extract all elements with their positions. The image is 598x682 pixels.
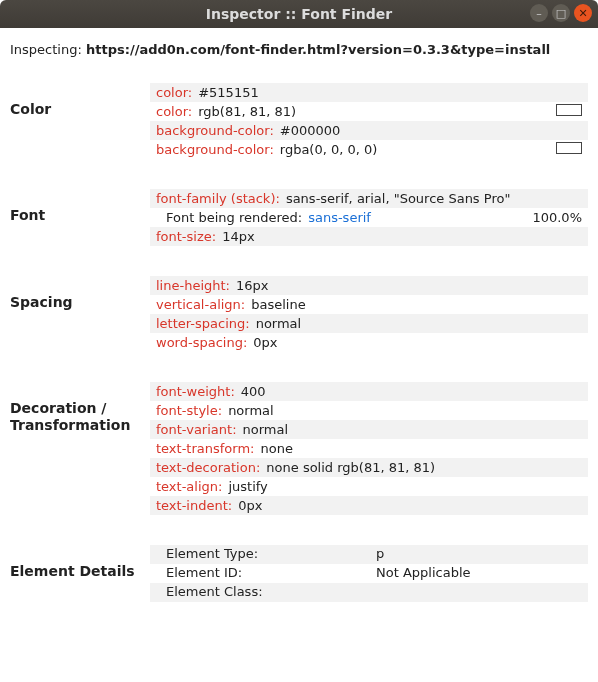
section-body-color: color #515151 color rgb(81, 81, 81) back… — [150, 83, 588, 159]
font-rendered-pct: 100.0% — [532, 210, 582, 225]
prop-value: 14px — [222, 229, 255, 244]
inspecting-label: Inspecting: — [10, 42, 82, 57]
font-rendered-row: Font being rendered: sans-serif 100.0% — [150, 208, 588, 227]
prop-value: rgba(0, 0, 0, 0) — [280, 142, 378, 157]
prop-name: letter-spacing — [156, 316, 250, 331]
content-area: Inspecting: https://add0n.com/font-finde… — [0, 28, 598, 672]
prop-value: 16px — [236, 278, 269, 293]
prop-name: font-family (stack) — [156, 191, 280, 206]
prop-value: justify — [228, 479, 267, 494]
prop-value: normal — [256, 316, 302, 331]
details-key: Element Class: — [156, 584, 376, 601]
prop-row: font-variant normal — [150, 420, 588, 439]
prop-name: font-variant — [156, 422, 237, 437]
prop-row: word-spacing 0px — [150, 333, 588, 352]
prop-value: 400 — [241, 384, 266, 399]
close-icon[interactable]: ✕ — [574, 4, 592, 22]
details-row: Element Type: p — [150, 545, 588, 564]
prop-value: normal — [243, 422, 289, 437]
window-titlebar: Inspector :: Font Finder – □ ✕ — [0, 0, 598, 28]
prop-name: background-color — [156, 123, 274, 138]
prop-row: font-size 14px — [150, 227, 588, 246]
section-color: Color color #515151 color rgb(81, 81, 81… — [10, 83, 588, 159]
prop-value: normal — [228, 403, 274, 418]
prop-name: line-height — [156, 278, 230, 293]
prop-value: none — [260, 441, 292, 456]
prop-row: vertical-align baseline — [150, 295, 588, 314]
color-swatch — [556, 142, 582, 154]
color-swatch — [556, 104, 582, 116]
details-key: Element Type: — [156, 546, 376, 563]
section-body-spacing: line-height 16px vertical-align baseline… — [150, 276, 588, 352]
prop-value: none solid rgb(81, 81, 81) — [266, 460, 435, 475]
section-label-spacing: Spacing — [10, 276, 150, 352]
prop-value: sans-serif, arial, "Source Sans Pro" — [286, 191, 511, 206]
prop-value: 0px — [253, 335, 277, 350]
prop-name: text-align — [156, 479, 222, 494]
section-body-details: Element Type: p Element ID: Not Applicab… — [150, 545, 588, 602]
details-val: p — [376, 546, 384, 563]
prop-value: #000000 — [280, 123, 341, 138]
prop-name: word-spacing — [156, 335, 247, 350]
prop-name: background-color — [156, 142, 274, 157]
prop-name: color — [156, 85, 192, 100]
section-details: Element Details Element Type: p Element … — [10, 545, 588, 602]
prop-row: font-family (stack) sans-serif, arial, "… — [150, 189, 588, 208]
section-decoration: Decoration / Transformation font-weight … — [10, 382, 588, 515]
details-key: Element ID: — [156, 565, 376, 582]
prop-value: #515151 — [198, 85, 259, 100]
font-rendered-value[interactable]: sans-serif — [308, 210, 371, 225]
details-row: Element Class: — [150, 583, 588, 602]
section-label-color: Color — [10, 83, 150, 159]
prop-row: text-align justify — [150, 477, 588, 496]
prop-value: baseline — [251, 297, 305, 312]
prop-name: font-style — [156, 403, 222, 418]
prop-name: font-size — [156, 229, 216, 244]
section-body-font: font-family (stack) sans-serif, arial, "… — [150, 189, 588, 246]
minimize-icon[interactable]: – — [530, 4, 548, 22]
prop-row: color rgb(81, 81, 81) — [150, 102, 588, 121]
section-font: Font font-family (stack) sans-serif, ari… — [10, 189, 588, 246]
prop-name: text-transform — [156, 441, 254, 456]
inspecting-url: https://add0n.com/font-finder.html?versi… — [86, 42, 550, 57]
section-label-decoration: Decoration / Transformation — [10, 382, 150, 515]
prop-row: font-weight 400 — [150, 382, 588, 401]
prop-row: letter-spacing normal — [150, 314, 588, 333]
section-label-font: Font — [10, 189, 150, 246]
prop-row: background-color #000000 — [150, 121, 588, 140]
prop-name: vertical-align — [156, 297, 245, 312]
font-rendered-label: Font being rendered: — [156, 210, 302, 225]
prop-row: text-decoration none solid rgb(81, 81, 8… — [150, 458, 588, 477]
prop-name: color — [156, 104, 192, 119]
prop-name: text-decoration — [156, 460, 260, 475]
inspecting-line: Inspecting: https://add0n.com/font-finde… — [10, 42, 588, 57]
prop-row: line-height 16px — [150, 276, 588, 295]
prop-name: font-weight — [156, 384, 235, 399]
color-swatch-wrap — [556, 104, 582, 119]
maximize-icon[interactable]: □ — [552, 4, 570, 22]
prop-row: font-style normal — [150, 401, 588, 420]
color-swatch-wrap — [556, 142, 582, 157]
details-val: Not Applicable — [376, 565, 471, 582]
prop-row: text-indent 0px — [150, 496, 588, 515]
window-controls: – □ ✕ — [530, 4, 592, 22]
window-title: Inspector :: Font Finder — [0, 6, 598, 22]
section-body-decoration: font-weight 400 font-style normal font-v… — [150, 382, 588, 515]
prop-name: text-indent — [156, 498, 232, 513]
prop-row: color #515151 — [150, 83, 588, 102]
prop-value: 0px — [238, 498, 262, 513]
prop-value: rgb(81, 81, 81) — [198, 104, 296, 119]
section-label-details: Element Details — [10, 545, 150, 602]
prop-row: background-color rgba(0, 0, 0, 0) — [150, 140, 588, 159]
prop-row: text-transform none — [150, 439, 588, 458]
section-spacing: Spacing line-height 16px vertical-align … — [10, 276, 588, 352]
details-row: Element ID: Not Applicable — [150, 564, 588, 583]
